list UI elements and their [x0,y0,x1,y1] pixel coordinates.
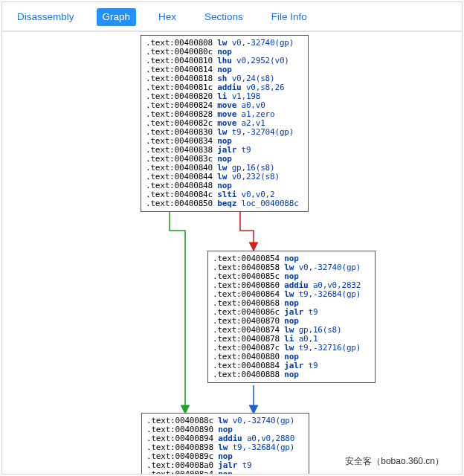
edge-true [240,210,254,251]
view-tabs: DisassemblyGraphHexSectionsFile Info [2,2,462,32]
tab-graph[interactable]: Graph [97,8,137,26]
graph-node-n2[interactable]: .text:0040088c lw v0,-32740(gp) .text:00… [141,413,309,475]
graph-node-n0[interactable]: .text:00400808 lw v0,-32740(gp) .text:00… [141,35,309,212]
app-frame: DisassemblyGraphHexSectionsFile Info .te… [1,1,463,475]
tab-disassembly[interactable]: Disassembly [11,8,80,26]
tab-hex[interactable]: Hex [152,8,182,26]
watermark: 安全客（bobao.360.cn） [345,455,444,468]
tab-file-info[interactable]: File Info [265,8,313,26]
graph-canvas[interactable]: .text:00400808 lw v0,-32740(gp) .text:00… [2,32,462,474]
graph-node-n1[interactable]: .text:00400854 nop .text:00400858 lw v0,… [207,251,376,383]
edge-false [170,210,185,414]
tab-sections[interactable]: Sections [199,8,249,26]
